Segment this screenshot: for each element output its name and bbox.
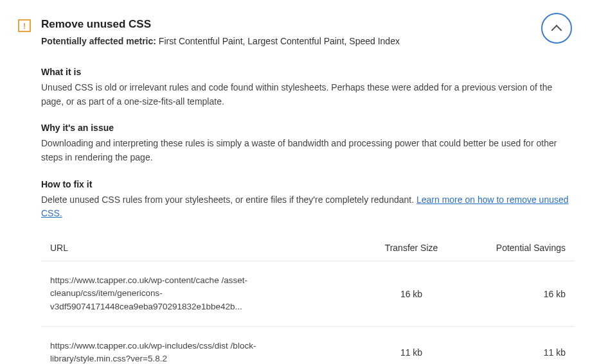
why-issue-heading: Why it's an issue [41, 123, 575, 133]
how-to-fix-body: Delete unused CSS rules from your styles… [41, 195, 416, 205]
cell-transfer-size: 16 kb [360, 289, 463, 299]
col-header-potential-savings: Potential Savings [463, 243, 566, 253]
audit-header: ! Remove unused CSS Potentially affected… [18, 18, 575, 46]
affected-metric-line: Potentially affected metric: First Conte… [41, 36, 575, 46]
collapse-button[interactable] [541, 13, 572, 44]
col-header-transfer-size: Transfer Size [360, 243, 463, 253]
affected-metric-value: First Contentful Paint, Largest Contentf… [159, 36, 400, 46]
what-it-is-section: What it is Unused CSS is old or irreleva… [41, 67, 575, 108]
why-issue-section: Why it's an issue Downloading and interp… [41, 123, 575, 164]
cell-url: https://www.tcapper.co.uk/wp-includes/cs… [50, 340, 360, 364]
audit-title: Remove unused CSS [41, 18, 575, 31]
what-it-is-text: Unused CSS is old or irrelevant rules an… [41, 81, 575, 108]
how-to-fix-section: How to fix it Delete unused CSS rules fr… [41, 179, 575, 221]
warning-icon-glyph: ! [23, 22, 26, 30]
table-row: https://www.tcapper.co.uk/wp-content/cac… [41, 261, 575, 327]
affected-metric-label: Potentially affected metric: [41, 36, 156, 46]
audit-body: What it is Unused CSS is old or irreleva… [41, 67, 575, 364]
warning-icon: ! [18, 19, 31, 32]
what-it-is-heading: What it is [41, 67, 575, 77]
how-to-fix-heading: How to fix it [41, 179, 575, 189]
audit-panel: ! Remove unused CSS Potentially affected… [0, 0, 590, 364]
col-header-url: URL [50, 243, 360, 253]
cell-potential-savings: 16 kb [463, 289, 566, 299]
chevron-up-icon [551, 24, 562, 35]
url-text: https://www.tcapper.co.uk/wp-includes/cs… [50, 340, 288, 364]
cell-potential-savings: 11 kb [463, 347, 566, 358]
table-row: https://www.tcapper.co.uk/wp-includes/cs… [41, 327, 575, 364]
why-issue-text: Downloading and interpreting these rules… [41, 137, 575, 164]
how-to-fix-text: Delete unused CSS rules from your styles… [41, 193, 575, 221]
url-text: https://www.tcapper.co.uk/wp-content/cac… [50, 274, 288, 313]
table-header-row: URL Transfer Size Potential Savings [41, 235, 575, 261]
results-table: URL Transfer Size Potential Savings http… [41, 235, 575, 364]
header-content: Remove unused CSS Potentially affected m… [41, 18, 575, 46]
cell-url: https://www.tcapper.co.uk/wp-content/cac… [50, 274, 360, 313]
cell-transfer-size: 11 kb [360, 347, 463, 358]
